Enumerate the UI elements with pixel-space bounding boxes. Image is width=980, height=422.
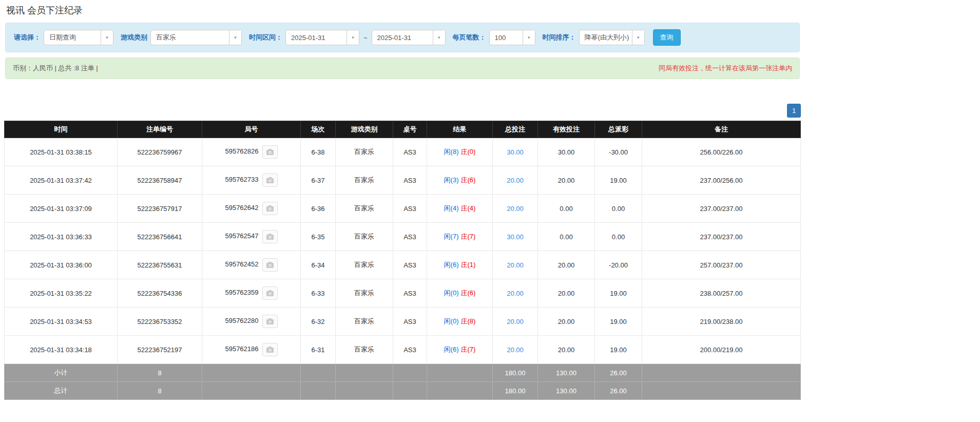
game-type-select[interactable]: 百家乐 ▼ <box>150 30 242 45</box>
cell-payout: 0.00 <box>595 195 642 223</box>
game-type-value: 百家乐 <box>151 30 229 45</box>
result-banker: 庄(4) <box>461 204 476 212</box>
round-number: 595762186 <box>225 345 258 353</box>
col-time: 时间 <box>5 121 118 138</box>
page-content: 视讯 会员下注纪录 请选择： 日期查询 ▼ 游戏类别 百家乐 ▼ 时间区间： 2… <box>0 0 801 422</box>
cell-game-type: 百家乐 <box>336 166 393 195</box>
video-replay-button[interactable] <box>262 145 278 159</box>
subtotal-valid-bet: 130.00 <box>538 364 595 382</box>
subtotal-label: 小计 <box>5 364 118 382</box>
table-row: 2025-01-31 03:37:42 522236758947 5957627… <box>5 166 801 195</box>
subtotal-total-bet: 180.00 <box>493 364 538 382</box>
video-replay-button[interactable] <box>262 174 278 187</box>
subtotal-payout: 26.00 <box>595 364 642 382</box>
query-mode-value: 日期查询 <box>44 30 101 45</box>
cell-result: 闲(7)庄(7) <box>427 223 493 251</box>
col-game-type: 游戏类别 <box>336 121 393 138</box>
cell-bet-id: 522236755631 <box>118 251 202 279</box>
chevron-down-icon[interactable]: ▼ <box>347 30 359 45</box>
per-page-label: 每页笔数： <box>453 33 486 42</box>
total-bet-link[interactable]: 30.00 <box>507 148 524 156</box>
total-bet-link[interactable]: 20.00 <box>507 346 524 354</box>
chevron-down-icon[interactable]: ▼ <box>632 30 644 45</box>
cell-payout: 19.00 <box>595 166 642 195</box>
camera-icon <box>266 347 274 353</box>
video-replay-button[interactable] <box>262 230 278 243</box>
cell-result: 闲(6)庄(7) <box>427 336 493 364</box>
search-button[interactable]: 查询 <box>653 29 681 46</box>
camera-icon <box>266 205 274 212</box>
chevron-down-icon[interactable]: ▼ <box>523 30 535 45</box>
cell-note: 257.00/237.00 <box>642 251 801 279</box>
table-header-row: 时间 注单编号 局号 场次 游戏类别 桌号 结果 总投注 有效投注 总派彩 备注 <box>5 121 801 138</box>
table-row: 2025-01-31 03:35:22 522236754336 5957623… <box>5 279 801 308</box>
col-note: 备注 <box>642 121 801 138</box>
cell-table-no: AS3 <box>393 138 427 166</box>
cell-bet-id: 522236754336 <box>118 279 202 308</box>
cell-total-bet: 20.00 <box>493 308 538 336</box>
sort-select[interactable]: 降幂(由大到小) ▼ <box>579 30 645 45</box>
cell-result: 闲(4)庄(4) <box>427 195 493 223</box>
cell-payout: 19.00 <box>595 308 642 336</box>
cell-time: 2025-01-31 03:38:15 <box>5 138 118 166</box>
date-from-select[interactable]: 2025-01-31 ▼ <box>285 30 359 45</box>
video-replay-button[interactable] <box>262 202 278 215</box>
total-bet-link[interactable]: 30.00 <box>507 233 524 241</box>
cell-valid-bet: 0.00 <box>538 223 595 251</box>
chevron-down-icon[interactable]: ▼ <box>101 30 113 45</box>
cell-time: 2025-01-31 03:35:22 <box>5 279 118 308</box>
cell-session: 6-37 <box>301 166 336 195</box>
cell-game-type: 百家乐 <box>336 336 393 364</box>
cell-result: 闲(8)庄(0) <box>427 138 493 166</box>
total-bet-link[interactable]: 20.00 <box>507 177 524 184</box>
cell-valid-bet: 30.00 <box>538 138 595 166</box>
summary-currency-count: 币别：人民币 | 总共 :8 注单 | <box>13 64 98 73</box>
video-replay-button[interactable] <box>262 258 278 272</box>
date-to-select[interactable]: 2025-01-31 ▼ <box>372 30 446 45</box>
total-total-bet: 180.00 <box>493 382 538 400</box>
total-label: 总计 <box>5 382 118 400</box>
total-bet-link[interactable]: 20.00 <box>507 261 524 269</box>
cell-note: 238.00/257.00 <box>642 279 801 308</box>
result-banker: 庄(0) <box>461 148 476 156</box>
cell-session: 6-32 <box>301 308 336 336</box>
total-bet-link[interactable]: 20.00 <box>507 318 524 325</box>
round-number: 595762547 <box>225 232 258 240</box>
cell-round: 595762452 <box>202 251 301 279</box>
camera-icon <box>266 318 274 324</box>
date-to-value: 2025-01-31 <box>372 30 433 45</box>
video-replay-button[interactable] <box>262 286 278 300</box>
cell-session: 6-38 <box>301 138 336 166</box>
total-count: 8 <box>118 382 202 400</box>
chevron-down-icon[interactable]: ▼ <box>229 30 241 45</box>
table-row: 2025-01-31 03:34:18 522236752197 5957621… <box>5 336 801 364</box>
round-number: 595762359 <box>225 289 258 296</box>
round-number: 595762642 <box>225 204 258 212</box>
total-bet-link[interactable]: 20.00 <box>507 205 524 213</box>
table-row: 2025-01-31 03:37:09 522236757917 5957626… <box>5 195 801 223</box>
chevron-down-icon[interactable]: ▼ <box>433 30 445 45</box>
cell-total-bet: 30.00 <box>493 223 538 251</box>
col-session: 场次 <box>301 121 336 138</box>
per-page-select[interactable]: 100 ▼ <box>489 30 535 45</box>
game-type-label: 游戏类别 <box>121 33 147 42</box>
select-mode-label: 请选择： <box>14 33 41 42</box>
cell-total-bet: 20.00 <box>493 279 538 308</box>
cell-time: 2025-01-31 03:34:53 <box>5 308 118 336</box>
round-number: 595762452 <box>225 260 258 268</box>
video-replay-button[interactable] <box>262 343 278 356</box>
cell-round: 595762642 <box>202 195 301 223</box>
video-replay-button[interactable] <box>262 315 278 328</box>
cell-valid-bet: 20.00 <box>538 251 595 279</box>
cell-session: 6-31 <box>301 336 336 364</box>
cell-result: 闲(6)庄(1) <box>427 251 493 279</box>
cell-time: 2025-01-31 03:37:09 <box>5 195 118 223</box>
result-player: 闲(6) <box>444 261 459 268</box>
query-mode-select[interactable]: 日期查询 ▼ <box>44 30 113 45</box>
result-player: 闲(3) <box>444 176 459 184</box>
cell-note: 219.00/238.00 <box>642 308 801 336</box>
cell-result: 闲(0)庄(8) <box>427 308 493 336</box>
total-bet-link[interactable]: 20.00 <box>507 290 524 297</box>
page-1-button[interactable]: 1 <box>787 104 801 118</box>
cell-note: 237.00/256.00 <box>642 166 801 195</box>
